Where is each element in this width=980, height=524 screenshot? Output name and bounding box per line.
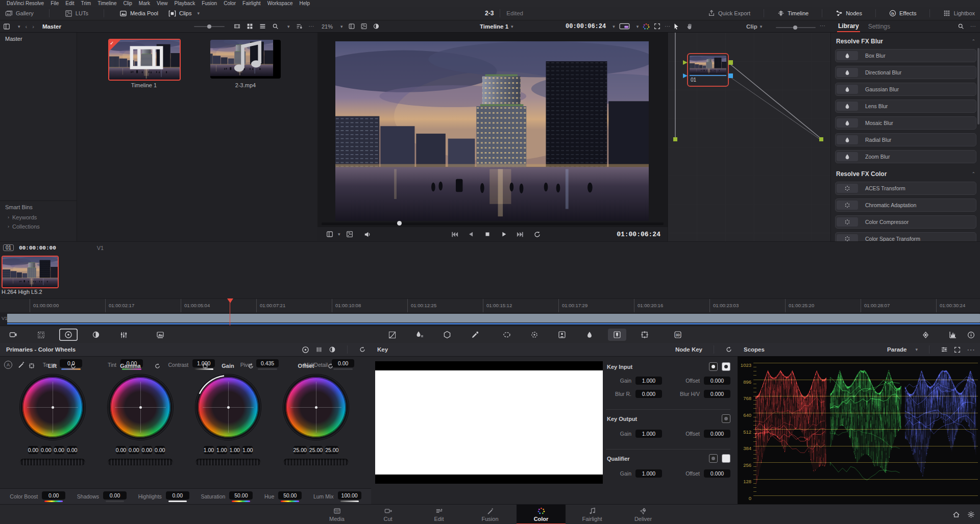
scopes-icon[interactable]	[944, 329, 962, 341]
tracker-icon[interactable]	[525, 329, 544, 341]
viewer-zoom-level[interactable]: 21%	[322, 23, 333, 30]
timeline-playhead[interactable]	[230, 298, 230, 326]
viewer-mode-chevron[interactable]: ▾	[338, 232, 340, 237]
play-icon[interactable]	[500, 231, 507, 238]
wipe-modes-icon[interactable]	[346, 231, 353, 238]
library-more-icon[interactable]: ⋯	[970, 23, 976, 30]
highlight-icon[interactable]	[916, 329, 935, 341]
single-viewer-icon[interactable]	[348, 23, 355, 30]
qualifier-invert-toggle[interactable]	[709, 454, 718, 463]
bottom-adjustment-value[interactable]: 0.00	[166, 491, 189, 500]
sidebar-bin-master[interactable]: Master	[0, 33, 77, 42]
timeline-name-chevron[interactable]: ▾	[511, 24, 513, 29]
sizing-icon[interactable]	[635, 329, 654, 341]
clips-button[interactable]: Clips▾	[168, 10, 200, 17]
settings-gear-icon[interactable]	[967, 511, 975, 518]
go-to-start-icon[interactable]	[451, 231, 458, 238]
page-tab[interactable]: Deliver	[619, 505, 668, 524]
media-clip-2-3-mp4[interactable]	[210, 40, 281, 79]
media-pool-button[interactable]: Media Pool	[119, 10, 158, 17]
key-output-matte-toggle[interactable]	[722, 414, 730, 423]
proxy-chevron[interactable]: ▾	[636, 24, 639, 29]
grade-colordots-icon[interactable]	[643, 23, 650, 30]
offset-reset-icon[interactable]	[327, 363, 334, 369]
lift-master-slider[interactable]	[20, 459, 85, 465]
fx-item[interactable]: Lens Blur	[835, 99, 976, 113]
library-scrollbar[interactable]	[977, 48, 979, 124]
media-clip-timeline-1[interactable]: ✓	[108, 39, 181, 81]
timeline-ruler[interactable]: 01:00:00:0001:00:02:1701:00:05:0401:00:0…	[0, 298, 980, 313]
go-to-end-icon[interactable]	[517, 231, 524, 238]
viewer-seek-bar[interactable]	[322, 222, 664, 225]
page-tab[interactable]: Fusion	[465, 505, 514, 524]
list-view-icon[interactable]	[259, 23, 266, 30]
menu-item[interactable]: Color	[224, 1, 236, 6]
scope-mode-chevron[interactable]: ▾	[915, 347, 918, 352]
page-tab[interactable]: Edit	[414, 505, 463, 524]
effects-panel-button[interactable]: Effects	[889, 10, 916, 17]
page-tab[interactable]: Cut	[363, 505, 412, 524]
hdr-grade-icon[interactable]	[87, 329, 105, 341]
search-chevron[interactable]: ▾	[287, 24, 290, 29]
gamma-reset-icon[interactable]	[154, 363, 161, 369]
node-zoom-slider[interactable]	[776, 27, 816, 28]
menu-item[interactable]: Edit	[65, 1, 74, 6]
fx-item[interactable]: Zoom Blur	[835, 150, 976, 163]
node-graph-more-icon[interactable]: ⋯	[820, 22, 825, 29]
node-rgb-input-port[interactable]	[683, 60, 688, 65]
bin-panel-chevron[interactable]: ▾	[18, 24, 20, 29]
curves-icon[interactable]	[383, 329, 401, 341]
gain-master-slider[interactable]	[195, 459, 261, 465]
nodes-panel-button[interactable]: Nodes	[836, 10, 862, 17]
key-input-invert-toggle[interactable]	[709, 362, 718, 371]
sidebar-item-keywords[interactable]: ›Keywords	[0, 210, 77, 220]
window-ellipse-icon[interactable]	[498, 329, 516, 341]
eyedropper-icon[interactable]	[465, 329, 484, 341]
reset-key-icon[interactable]	[725, 346, 732, 353]
menu-item[interactable]: Help	[299, 1, 310, 6]
log-mode-icon[interactable]	[329, 346, 336, 353]
zoom-chevron[interactable]: ▾	[340, 24, 343, 29]
lift-reset-icon[interactable]	[70, 363, 77, 369]
viewer-timecode[interactable]: 00:00:06:24	[566, 23, 606, 30]
media-clip-label[interactable]: 2-3.mp4	[210, 82, 281, 88]
gain-target-icon[interactable]	[202, 363, 208, 369]
viewer-timeline-name[interactable]: Timeline 1	[480, 23, 508, 30]
menu-item[interactable]: Playback	[175, 1, 195, 6]
page-tab[interactable]: Fairlight	[568, 505, 617, 524]
sidebar-item-collections[interactable]: ›Collections	[0, 220, 77, 230]
timeline-panel-button[interactable]: Timeline	[777, 10, 808, 17]
node-rgb-output-port[interactable]	[728, 60, 733, 65]
bars-mode-icon[interactable]	[315, 346, 323, 353]
gain-r-value[interactable]: 1.00	[216, 446, 227, 454]
library-search-icon[interactable]	[958, 23, 964, 30]
fx-item[interactable]: Directional Blur	[835, 66, 976, 79]
menu-item[interactable]: File	[51, 1, 59, 6]
node-graph-mode[interactable]: Clip	[746, 23, 757, 30]
blur-palette-icon[interactable]	[580, 329, 599, 341]
offset-g-value[interactable]: 25.00	[309, 446, 323, 454]
lift-r-value[interactable]: 0.00	[41, 446, 51, 454]
rgb-mixer-icon[interactable]	[114, 329, 133, 341]
collapse-chevron-icon[interactable]: ⌃	[971, 39, 975, 44]
track-clip-bar[interactable]	[7, 314, 980, 322]
menu-item[interactable]: Fairlight	[242, 1, 261, 6]
hand-tool-icon[interactable]	[686, 23, 693, 30]
lightbox-button[interactable]: Lightbox	[943, 10, 975, 17]
seek-playhead[interactable]	[397, 221, 402, 226]
thumb-size-slider[interactable]	[194, 26, 225, 27]
timecode-chevron[interactable]: ▾	[612, 24, 615, 29]
menu-item[interactable]: Timeline	[97, 1, 116, 6]
tab-library[interactable]: Library	[837, 21, 860, 32]
media-pool-more-icon[interactable]: ⋯	[309, 23, 314, 30]
gain-reset-icon[interactable]	[248, 363, 254, 369]
home-icon[interactable]	[952, 511, 960, 518]
viewer-more-icon[interactable]: ⋯	[665, 23, 670, 30]
page-tab[interactable]: Media	[312, 505, 361, 524]
offset-wheel[interactable]	[286, 377, 346, 437]
reset-primaries-icon[interactable]	[359, 346, 366, 353]
fx-item[interactable]: Chromatic Adaptation	[835, 198, 976, 212]
scope-expand-icon[interactable]	[954, 346, 961, 353]
node-mode-chevron[interactable]: ▾	[760, 24, 763, 29]
corrector-node-01[interactable]: 01	[687, 53, 729, 87]
